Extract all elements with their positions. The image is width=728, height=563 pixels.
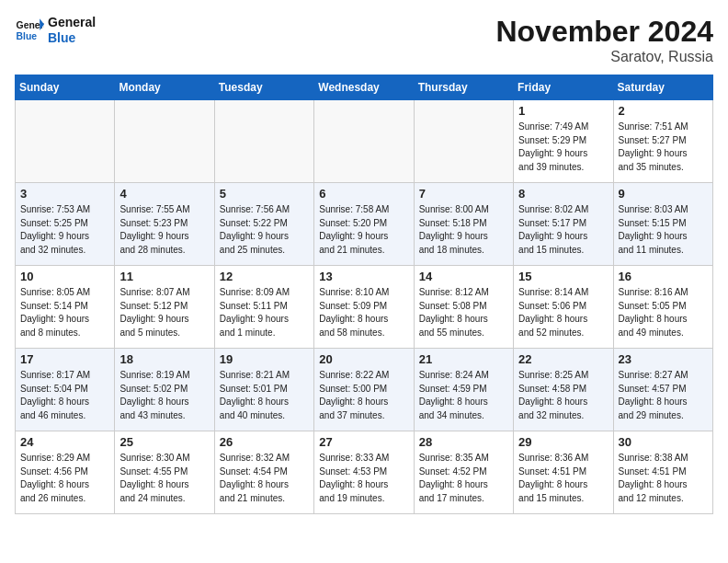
calendar-cell: 4Sunrise: 7:55 AM Sunset: 5:23 PM Daylig… [115, 183, 214, 266]
cell-text: Sunrise: 8:32 AM Sunset: 4:54 PM Dayligh… [220, 452, 309, 505]
calendar-cell: 21Sunrise: 8:24 AM Sunset: 4:59 PM Dayli… [414, 349, 513, 431]
cell-text: Sunrise: 7:56 AM Sunset: 5:22 PM Dayligh… [220, 203, 309, 257]
day-number: 28 [419, 435, 508, 449]
calendar-cell: 27Sunrise: 8:33 AM Sunset: 4:53 PM Dayli… [314, 431, 414, 514]
week-row-3: 10Sunrise: 8:05 AM Sunset: 5:14 PM Dayli… [16, 266, 713, 349]
logo-blue-text: Blue [48, 30, 96, 46]
cell-text: Sunrise: 8:07 AM Sunset: 5:12 PM Dayligh… [119, 286, 209, 339]
calendar-cell: 11Sunrise: 8:07 AM Sunset: 5:12 PM Dayli… [115, 266, 214, 349]
day-number: 13 [319, 270, 408, 283]
cell-text: Sunrise: 8:33 AM Sunset: 4:53 PM Dayligh… [319, 452, 408, 505]
calendar-cell: 16Sunrise: 8:16 AM Sunset: 5:05 PM Dayli… [613, 266, 712, 349]
calendar-cell: 2Sunrise: 7:51 AM Sunset: 5:27 PM Daylig… [613, 100, 712, 183]
calendar-cell: 9Sunrise: 8:03 AM Sunset: 5:15 PM Daylig… [613, 183, 712, 266]
cell-text: Sunrise: 8:00 AM Sunset: 5:18 PM Dayligh… [419, 203, 508, 257]
calendar-cell: 1Sunrise: 7:49 AM Sunset: 5:29 PM Daylig… [514, 100, 613, 183]
day-number: 21 [419, 352, 508, 366]
day-number: 20 [319, 352, 408, 366]
cell-text: Sunrise: 8:38 AM Sunset: 4:51 PM Dayligh… [619, 452, 708, 505]
day-number: 5 [220, 187, 309, 201]
cell-text: Sunrise: 8:14 AM Sunset: 5:06 PM Dayligh… [518, 286, 608, 339]
calendar-cell: 8Sunrise: 8:02 AM Sunset: 5:17 PM Daylig… [514, 183, 613, 266]
weekday-header-thursday: Thursday [414, 75, 513, 100]
cell-text: Sunrise: 7:49 AM Sunset: 5:29 PM Dayligh… [518, 121, 608, 174]
calendar-cell: 13Sunrise: 8:10 AM Sunset: 5:09 PM Dayli… [314, 266, 414, 349]
day-number: 14 [419, 270, 508, 283]
cell-text: Sunrise: 8:21 AM Sunset: 5:01 PM Dayligh… [220, 369, 309, 422]
logo: General Blue General Blue [15, 15, 96, 46]
cell-text: Sunrise: 8:02 AM Sunset: 5:17 PM Dayligh… [518, 203, 608, 257]
cell-text: Sunrise: 8:19 AM Sunset: 5:02 PM Dayligh… [119, 369, 209, 422]
calendar-cell: 24Sunrise: 8:29 AM Sunset: 4:56 PM Dayli… [16, 431, 115, 514]
weekday-header-sunday: Sunday [16, 75, 115, 100]
day-number: 7 [419, 187, 508, 201]
calendar-cell [16, 100, 115, 183]
day-number: 15 [518, 270, 608, 283]
calendar-cell [414, 100, 513, 183]
day-number: 4 [119, 187, 209, 201]
calendar-cell: 15Sunrise: 8:14 AM Sunset: 5:06 PM Dayli… [514, 266, 613, 349]
weekday-header-saturday: Saturday [613, 75, 712, 100]
cell-text: Sunrise: 7:55 AM Sunset: 5:23 PM Dayligh… [119, 203, 209, 257]
cell-text: Sunrise: 8:03 AM Sunset: 5:15 PM Dayligh… [619, 203, 708, 257]
day-number: 12 [220, 270, 309, 283]
day-number: 1 [518, 104, 608, 118]
cell-text: Sunrise: 7:58 AM Sunset: 5:20 PM Dayligh… [319, 203, 408, 257]
calendar-cell: 28Sunrise: 8:35 AM Sunset: 4:52 PM Dayli… [414, 431, 513, 514]
cell-text: Sunrise: 8:36 AM Sunset: 4:51 PM Dayligh… [518, 452, 608, 505]
calendar-cell: 12Sunrise: 8:09 AM Sunset: 5:11 PM Dayli… [214, 266, 313, 349]
calendar-cell: 7Sunrise: 8:00 AM Sunset: 5:18 PM Daylig… [414, 183, 513, 266]
day-number: 17 [20, 352, 109, 366]
day-number: 27 [319, 435, 408, 449]
month-title: November 2024 [495, 15, 713, 49]
cell-text: Sunrise: 8:25 AM Sunset: 4:58 PM Dayligh… [518, 369, 608, 422]
week-row-1: 1Sunrise: 7:49 AM Sunset: 5:29 PM Daylig… [16, 100, 713, 183]
cell-text: Sunrise: 8:24 AM Sunset: 4:59 PM Dayligh… [419, 369, 508, 422]
logo-icon: General Blue [15, 16, 44, 45]
day-number: 25 [119, 435, 209, 449]
calendar-cell: 18Sunrise: 8:19 AM Sunset: 5:02 PM Dayli… [115, 349, 214, 431]
week-row-2: 3Sunrise: 7:53 AM Sunset: 5:25 PM Daylig… [16, 183, 713, 266]
cell-text: Sunrise: 8:27 AM Sunset: 4:57 PM Dayligh… [619, 369, 708, 422]
weekday-header-friday: Friday [514, 75, 613, 100]
day-number: 6 [319, 187, 408, 201]
calendar-cell: 5Sunrise: 7:56 AM Sunset: 5:22 PM Daylig… [214, 183, 313, 266]
calendar-cell: 10Sunrise: 8:05 AM Sunset: 5:14 PM Dayli… [16, 266, 115, 349]
week-row-4: 17Sunrise: 8:17 AM Sunset: 5:04 PM Dayli… [16, 349, 713, 431]
day-number: 9 [619, 187, 708, 201]
calendar-cell: 6Sunrise: 7:58 AM Sunset: 5:20 PM Daylig… [314, 183, 414, 266]
logo-general-text: General [48, 15, 96, 30]
svg-text:Blue: Blue [17, 30, 38, 40]
week-row-5: 24Sunrise: 8:29 AM Sunset: 4:56 PM Dayli… [16, 431, 713, 514]
day-number: 19 [220, 352, 309, 366]
calendar-cell: 29Sunrise: 8:36 AM Sunset: 4:51 PM Dayli… [514, 431, 613, 514]
cell-text: Sunrise: 8:30 AM Sunset: 4:55 PM Dayligh… [119, 452, 209, 505]
page-header: General Blue General Blue November 2024 … [15, 15, 713, 65]
cell-text: Sunrise: 7:53 AM Sunset: 5:25 PM Dayligh… [20, 203, 109, 257]
calendar-cell: 17Sunrise: 8:17 AM Sunset: 5:04 PM Dayli… [16, 349, 115, 431]
calendar-cell: 30Sunrise: 8:38 AM Sunset: 4:51 PM Dayli… [613, 431, 712, 514]
day-number: 22 [518, 352, 608, 366]
cell-text: Sunrise: 7:51 AM Sunset: 5:27 PM Dayligh… [619, 121, 708, 174]
cell-text: Sunrise: 8:05 AM Sunset: 5:14 PM Dayligh… [20, 286, 109, 339]
cell-text: Sunrise: 8:17 AM Sunset: 5:04 PM Dayligh… [20, 369, 109, 422]
cell-text: Sunrise: 8:10 AM Sunset: 5:09 PM Dayligh… [319, 286, 408, 339]
calendar-cell: 25Sunrise: 8:30 AM Sunset: 4:55 PM Dayli… [115, 431, 214, 514]
calendar-cell: 14Sunrise: 8:12 AM Sunset: 5:08 PM Dayli… [414, 266, 513, 349]
day-number: 24 [20, 435, 109, 449]
cell-text: Sunrise: 8:12 AM Sunset: 5:08 PM Dayligh… [419, 286, 508, 339]
header-row: SundayMondayTuesdayWednesdayThursdayFrid… [16, 75, 713, 100]
day-number: 18 [119, 352, 209, 366]
calendar-cell: 26Sunrise: 8:32 AM Sunset: 4:54 PM Dayli… [214, 431, 313, 514]
calendar-cell [314, 100, 414, 183]
day-number: 3 [20, 187, 109, 201]
calendar-cell [214, 100, 313, 183]
calendar-cell: 22Sunrise: 8:25 AM Sunset: 4:58 PM Dayli… [514, 349, 613, 431]
day-number: 26 [220, 435, 309, 449]
cell-text: Sunrise: 8:16 AM Sunset: 5:05 PM Dayligh… [619, 286, 708, 339]
day-number: 23 [619, 352, 708, 366]
cell-text: Sunrise: 8:29 AM Sunset: 4:56 PM Dayligh… [20, 452, 109, 505]
location: Saratov, Russia [495, 49, 713, 65]
weekday-header-wednesday: Wednesday [314, 75, 414, 100]
weekday-header-monday: Monday [115, 75, 214, 100]
